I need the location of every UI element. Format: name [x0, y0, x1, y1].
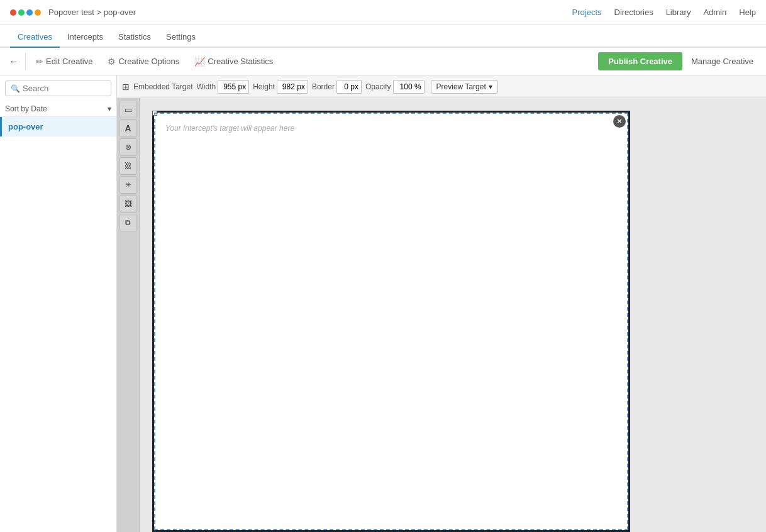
canvas-wrapper: ▭ A ⊗ ⛓ ✳ 🖼 ⧉: [117, 98, 766, 532]
back-button[interactable]: ←: [5, 53, 23, 70]
search-icon: 🔍: [11, 84, 20, 93]
search-input[interactable]: [23, 84, 106, 93]
resize-handle-tl[interactable]: [152, 111, 157, 116]
close-tool-button[interactable]: ⊗: [119, 138, 137, 156]
rectangle-tool-icon: ▭: [125, 105, 132, 114]
width-input[interactable]: [218, 80, 249, 94]
canvas-scroll[interactable]: ✕ Your Intercept's target will appear he…: [140, 98, 766, 532]
sidebar-list: pop-over: [0, 117, 116, 532]
width-label: Width: [197, 82, 216, 91]
creative-statistics-button[interactable]: 📈 Creative Statistics: [187, 53, 280, 70]
toolbar-divider-1: [25, 53, 26, 70]
preview-target-button[interactable]: Preview Target ▾: [431, 80, 498, 94]
selection-border: [154, 113, 628, 530]
tab-creatives[interactable]: Creatives: [10, 27, 60, 48]
height-input[interactable]: [277, 80, 308, 94]
text-tool-button[interactable]: A: [119, 119, 137, 137]
tab-intercepts[interactable]: Intercepts: [60, 27, 111, 48]
logo-dot-orange: [35, 9, 41, 16]
logo-dot-blue: [26, 9, 33, 16]
content-area: 🔍 Sort by Date ▾ pop-over ⊞ Embedded Tar…: [0, 75, 766, 532]
height-label: Height: [253, 82, 275, 91]
canvas-type-icon-wrap: ⊞: [122, 82, 130, 92]
width-field-wrap: Width: [197, 80, 250, 94]
preview-target-label: Preview Target: [436, 82, 486, 91]
settings-tool-icon: ✳: [125, 180, 131, 189]
breadcrumb: Popover test > pop-over: [48, 8, 572, 17]
opacity-label: Opacity: [365, 82, 391, 91]
link-tool-button[interactable]: ⛓: [119, 157, 137, 175]
nav-library[interactable]: Library: [666, 8, 691, 17]
tab-settings[interactable]: Settings: [158, 27, 203, 48]
opacity-input[interactable]: [393, 80, 425, 94]
image-tool-button[interactable]: 🖼: [119, 195, 137, 213]
text-tool-icon: A: [125, 123, 131, 133]
sort-chevron-icon: ▾: [108, 104, 111, 113]
logo-dot-red: [10, 9, 16, 16]
canvas-area: ⊞ Embedded Target Width Height Border Op…: [117, 75, 766, 532]
tools-sidebar: ▭ A ⊗ ⛓ ✳ 🖼 ⧉: [117, 98, 140, 532]
creative-options-button[interactable]: ⚙ Creative Options: [100, 53, 187, 70]
duplicate-tool-button[interactable]: ⧉: [119, 214, 137, 231]
preview-dropdown-icon: ▾: [489, 82, 492, 91]
sidebar: 🔍 Sort by Date ▾ pop-over: [0, 75, 117, 532]
search-box: 🔍: [5, 80, 111, 96]
popover-close-button[interactable]: ✕: [613, 115, 626, 128]
popover-container: ✕ Your Intercept's target will appear he…: [152, 111, 630, 532]
sidebar-item-pop-over[interactable]: pop-over: [0, 117, 116, 136]
link-tool-icon: ⛓: [125, 162, 132, 170]
main-toolbar: ← ✏ Edit Creative ⚙ Creative Options 📈 C…: [0, 48, 766, 75]
nav-directories[interactable]: Directories: [614, 8, 653, 17]
chart-icon: 📈: [194, 57, 205, 67]
creative-statistics-label: Creative Statistics: [208, 57, 273, 66]
embedded-target-label-wrap: Embedded Target: [133, 82, 193, 91]
app-logo: [10, 9, 41, 16]
embedded-target-label: Embedded Target: [133, 82, 193, 91]
gear-icon: ⚙: [108, 57, 116, 67]
creative-options-label: Creative Options: [118, 57, 179, 66]
border-label: Border: [312, 82, 335, 91]
logo-dot-green: [18, 9, 25, 16]
top-nav-links: Projects Directories Library Admin Help: [572, 8, 756, 17]
pencil-icon: ✏: [36, 57, 43, 67]
embedded-target-icon: ⊞: [122, 82, 130, 92]
manage-creative-button[interactable]: Manage Creative: [684, 52, 761, 70]
secondary-nav: Creatives Intercepts Statistics Settings: [0, 25, 766, 48]
target-placeholder-text: Your Intercept's target will appear here: [165, 124, 294, 133]
nav-help[interactable]: Help: [739, 8, 756, 17]
nav-projects[interactable]: Projects: [572, 8, 602, 17]
sort-label: Sort by Date: [5, 104, 47, 113]
opacity-field-wrap: Opacity: [365, 80, 425, 94]
duplicate-tool-icon: ⧉: [125, 218, 131, 227]
nav-admin[interactable]: Admin: [703, 8, 726, 17]
height-field-wrap: Height: [253, 80, 308, 94]
edit-creative-button[interactable]: ✏ Edit Creative: [28, 53, 100, 70]
border-field-wrap: Border: [312, 80, 362, 94]
border-input[interactable]: [336, 80, 362, 94]
canvas-toolbar: ⊞ Embedded Target Width Height Border Op…: [117, 75, 766, 98]
sort-by-date-button[interactable]: Sort by Date ▾: [0, 101, 116, 117]
tab-statistics[interactable]: Statistics: [111, 27, 158, 48]
top-nav: Popover test > pop-over Projects Directo…: [0, 0, 766, 25]
rectangle-tool-button[interactable]: ▭: [119, 101, 137, 118]
settings-tool-button[interactable]: ✳: [119, 176, 137, 194]
publish-creative-button[interactable]: Publish Creative: [598, 52, 682, 70]
image-tool-icon: 🖼: [125, 199, 132, 208]
edit-creative-label: Edit Creative: [46, 57, 92, 66]
close-tool-icon: ⊗: [125, 143, 131, 152]
